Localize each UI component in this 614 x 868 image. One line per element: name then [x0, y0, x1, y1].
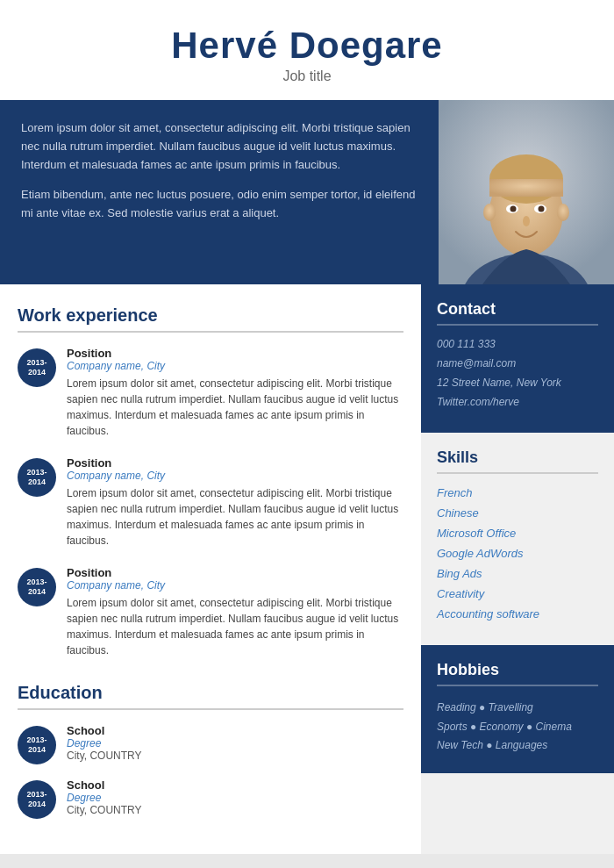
- photo-svg: [439, 100, 614, 284]
- hobbies-section: Hobbies Reading ● Travelling Sports ● Ec…: [421, 645, 614, 773]
- edu-location: City, COUNTRY: [67, 750, 403, 762]
- work-company: Company name, City: [67, 470, 403, 482]
- education-section: Education 2013- 2014 School Degree City,…: [18, 683, 403, 819]
- work-description: Lorem ipsum dolor sit amet, consectetur …: [67, 376, 403, 439]
- edu-degree: Degree: [67, 792, 403, 804]
- hobbies-line2: Sports ● Economy ● Cinema: [437, 718, 598, 737]
- skill-item: Google AdWords: [437, 547, 598, 560]
- left-column: Work experience 2013- 2014 Position Comp…: [0, 284, 421, 854]
- edu-school: School: [67, 778, 403, 792]
- contact-twitter: Twitter.com/herve: [437, 396, 598, 408]
- work-details: Position Company name, City Lorem ipsum …: [67, 347, 403, 439]
- svg-point-10: [523, 216, 530, 226]
- skill-item: Creativity: [437, 587, 598, 600]
- work-year-badge: 2013- 2014: [18, 348, 56, 387]
- candidate-name: Hervé Doegare: [0, 25, 614, 67]
- education-title: Education: [18, 683, 403, 710]
- hobbies-line3: New Tech ● Languages: [437, 736, 598, 756]
- contact-address: 12 Street Name, New York: [437, 377, 598, 389]
- contact-title: Contact: [437, 300, 598, 326]
- job-title: Job title: [0, 68, 614, 84]
- edu-details: School Degree City, COUNTRY: [67, 778, 403, 816]
- skill-item: French: [437, 486, 598, 499]
- svg-point-11: [483, 204, 496, 221]
- work-details: Position Company name, City Lorem ipsum …: [67, 456, 403, 549]
- work-description: Lorem ipsum dolor sit amet, consectetur …: [67, 595, 403, 658]
- skills-section: Skills FrenchChineseMicrosoft OfficeGoog…: [421, 433, 614, 645]
- work-company: Company name, City: [67, 360, 403, 372]
- work-item: 2013- 2014 Position Company name, City L…: [18, 566, 403, 658]
- top-section: Lorem ipsum dolor sit amet, consectetur …: [0, 100, 614, 284]
- work-position: Position: [67, 347, 403, 360]
- skills-list: FrenchChineseMicrosoft OfficeGoogle AdWo…: [437, 486, 598, 621]
- contact-section: Contact 000 111 333 name@mail.com 12 Str…: [421, 284, 614, 433]
- svg-point-8: [510, 206, 517, 212]
- work-description: Lorem ipsum dolor sit amet, consectetur …: [67, 485, 403, 549]
- work-items-list: 2013- 2014 Position Company name, City L…: [18, 347, 403, 658]
- work-experience-title: Work experience: [18, 305, 403, 333]
- skill-item: Accounting software: [437, 607, 598, 621]
- header-section: Hervé Doegare Job title: [0, 0, 614, 100]
- work-company: Company name, City: [67, 579, 403, 592]
- work-experience-section: Work experience 2013- 2014 Position Comp…: [18, 305, 403, 658]
- edu-year-badge: 2013- 2014: [18, 780, 56, 819]
- edu-item: 2013- 2014 School Degree City, COUNTRY: [18, 724, 403, 764]
- work-position: Position: [67, 456, 403, 470]
- main-content: Work experience 2013- 2014 Position Comp…: [0, 284, 614, 854]
- skill-item: Bing Ads: [437, 567, 598, 580]
- edu-item: 2013- 2014 School Degree City, COUNTRY: [18, 778, 403, 819]
- svg-rect-5: [489, 179, 563, 197]
- skill-item: Chinese: [437, 506, 598, 520]
- edu-school: School: [67, 724, 403, 737]
- svg-point-9: [539, 206, 545, 212]
- contact-email: name@mail.com: [437, 357, 598, 369]
- bio-area: Lorem ipsum dolor sit amet, consectetur …: [0, 100, 439, 284]
- bio-paragraph-2: Etiam bibendum, ante nec luctus posuere,…: [21, 186, 418, 223]
- hobbies-text: Reading ● Travelling Sports ● Economy ● …: [437, 699, 598, 756]
- edu-degree: Degree: [67, 737, 403, 750]
- skill-item: Microsoft Office: [437, 527, 598, 540]
- work-item: 2013- 2014 Position Company name, City L…: [18, 347, 403, 439]
- work-position: Position: [67, 566, 403, 579]
- edu-details: School Degree City, COUNTRY: [67, 724, 403, 762]
- contact-phone: 000 111 333: [437, 338, 598, 350]
- edu-location: City, COUNTRY: [67, 804, 403, 816]
- edu-items-list: 2013- 2014 School Degree City, COUNTRY 2…: [18, 724, 403, 819]
- profile-photo: [439, 100, 614, 284]
- work-year-badge: 2013- 2014: [18, 568, 56, 606]
- svg-point-12: [557, 204, 569, 221]
- hobbies-title: Hobbies: [437, 661, 598, 686]
- right-column: Contact 000 111 333 name@mail.com 12 Str…: [421, 284, 614, 854]
- work-year-badge: 2013- 2014: [18, 458, 56, 497]
- work-item: 2013- 2014 Position Company name, City L…: [18, 456, 403, 549]
- bio-paragraph-1: Lorem ipsum dolor sit amet, consectetur …: [21, 119, 418, 174]
- edu-year-badge: 2013- 2014: [18, 726, 56, 764]
- hobbies-line1: Reading ● Travelling: [437, 699, 598, 718]
- work-details: Position Company name, City Lorem ipsum …: [67, 566, 403, 658]
- skills-title: Skills: [437, 448, 598, 474]
